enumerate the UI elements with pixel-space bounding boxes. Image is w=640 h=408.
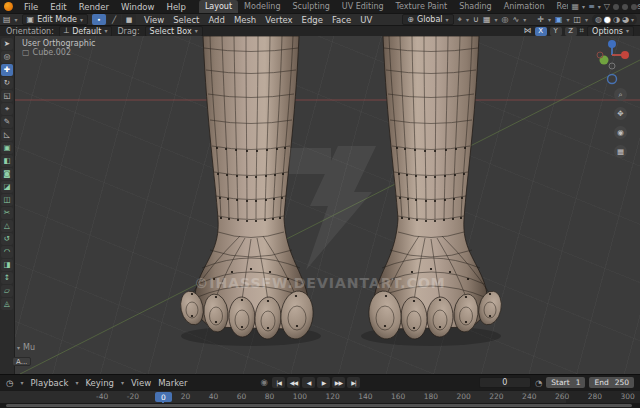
scrollbar-thumb[interactable] [6,404,632,407]
view-layer-icon[interactable]: ≡ [588,3,595,11]
tool-extrude-region[interactable]: ◧ [1,155,13,167]
menu-select[interactable]: Select [173,15,199,25]
pivot-point-icon[interactable]: ⌖ [458,16,463,24]
tab-texture-paint[interactable]: Texture Paint [390,0,454,13]
tool-loop-cut[interactable]: ◫ [1,194,13,206]
timeline-editor-icon[interactable]: ◷ [6,378,13,388]
falloff-icon[interactable]: ∿ [512,16,519,24]
tab-sculpting[interactable]: Sculpting [286,0,335,13]
asset-shelf-button[interactable]: A... [12,357,31,366]
xray-toggle-icon[interactable]: ◫ [573,16,581,24]
navigation-gizmo[interactable] [594,39,630,85]
next-keyframe-button[interactable]: ▶▶ [332,377,345,388]
tab-layout[interactable]: Layout [199,0,238,13]
axis-ball-icon[interactable] [608,75,617,84]
tool-edge-slide[interactable]: ◨ [1,259,13,271]
menu-timeline-view[interactable]: View [131,378,151,388]
tab-shading[interactable]: Shading [453,0,498,13]
tool-smooth[interactable]: ◠ [1,246,13,258]
tool-rotate[interactable]: ↻ [1,77,13,89]
zoom-icon[interactable]: ⌕ [614,88,627,101]
drag-dropdown[interactable]: Select Box ▾ [145,26,203,37]
menu-playback[interactable]: Playback [30,378,68,388]
ortho-grid-icon[interactable]: ▦ [614,145,627,158]
jump-to-end-button[interactable]: ▶| [347,377,360,388]
shading-caret-icon[interactable]: ▾ [631,17,634,23]
edge-select-button[interactable]: ╱ [107,14,121,25]
solid-shading-icon[interactable]: ● [604,16,611,24]
mirror-x-button[interactable]: X [535,27,547,36]
tool-cursor[interactable]: ◎ [1,51,13,63]
options-dropdown[interactable]: Options ▾ [587,26,634,37]
timeline-editor-caret-icon[interactable]: ▾ [20,380,23,386]
menu-face[interactable]: Face [332,15,351,25]
scene-icon[interactable]: ▦ [572,3,580,11]
blender-logo-icon[interactable] [4,2,13,11]
mode-dropdown[interactable]: ▣ Edit Mode ▾ [22,14,88,25]
menu-window[interactable]: Window [116,2,160,12]
timeline-scrollbar[interactable] [0,403,640,408]
rendered-shading-icon[interactable]: ◕ [622,16,629,24]
menu-view[interactable]: View [144,15,164,25]
wireframe-shading-icon[interactable]: ◍ [595,16,602,24]
menu-file[interactable]: File [19,2,43,12]
camera-view-icon[interactable]: ◉ [614,126,627,139]
tool-shear[interactable]: ▱ [1,285,13,297]
prev-keyframe-button[interactable]: ◀◀ [287,377,300,388]
tool-bevel[interactable]: ◪ [1,181,13,193]
snap-with-icon[interactable]: ▦ [483,16,491,24]
menu-vertex[interactable]: Vertex [265,15,292,25]
mirror-z-button[interactable]: Z [565,27,577,36]
rec-settings-icon[interactable]: ◉ [261,377,268,388]
menu-edit[interactable]: Edit [45,2,71,12]
tool-shrink-fatten[interactable]: ↕ [1,272,13,284]
tool-transform[interactable]: ⌖ [1,103,13,115]
orientation-dropdown[interactable]: ⊕ Global ▾ [402,14,453,25]
show-overlays-icon[interactable]: ▣ [555,16,563,24]
editor-type-caret-icon[interactable]: ▾ [15,17,18,23]
tool-measure[interactable]: ◺ [1,129,13,141]
tool-rip-region[interactable]: ◬ [1,298,13,310]
menu-marker[interactable]: Marker [158,378,187,388]
material-shading-icon[interactable]: ◑ [613,16,620,24]
menu-uv[interactable]: UV [360,15,372,25]
scene-caret-icon[interactable]: ▾ [582,4,585,10]
play-reverse-button[interactable]: ◀ [302,377,315,388]
play-button[interactable]: ▶ [317,377,330,388]
xray-caret-icon[interactable]: ▾ [585,17,588,23]
pan-icon[interactable]: ✥ [614,107,627,120]
menu-help[interactable]: Help [161,2,190,12]
left-leg-mesh[interactable] [178,36,321,346]
menu-render[interactable]: Render [74,2,114,12]
vertex-select-button[interactable]: ∙ [92,14,106,25]
tool-poly-build[interactable]: △ [1,220,13,232]
start-frame-field[interactable]: Start 1 [546,377,585,388]
stopwatch-icon[interactable]: ◔ [535,378,542,388]
orientation-default-dropdown[interactable]: ⟂ Default ▾ [59,26,113,37]
tool-inset-faces[interactable]: ◙ [1,168,13,180]
gizmos-caret-icon[interactable]: ▾ [548,17,551,23]
timeline-ruler[interactable]: -40 -20 0 20 40 60 80 100 120 140 160 18… [0,390,640,403]
collapsed-panel[interactable]: ▾ Mu [17,343,35,352]
current-frame-field[interactable]: 0 [479,377,531,388]
tab-modeling[interactable]: Modeling [238,0,286,13]
end-frame-field[interactable]: End 250 [589,377,634,388]
proportional-editing-icon[interactable]: ◎ [502,16,509,24]
menu-keying[interactable]: Keying [85,378,114,388]
editor-type-icon[interactable]: ▤ [3,16,11,24]
tab-animation[interactable]: Animation [498,0,551,13]
overlays-caret-icon[interactable]: ▾ [566,17,569,23]
tool-add-cube[interactable]: ▣ [1,142,13,154]
snap-tool-icon[interactable]: ⌗ [580,27,585,35]
menu-add[interactable]: Add [208,15,224,25]
view-layer-caret-icon[interactable]: ▾ [598,4,601,10]
tab-uv-editing[interactable]: UV Editing [336,0,390,13]
menu-edge[interactable]: Edge [302,15,323,25]
show-gizmos-icon[interactable]: ✛ [537,16,544,24]
tool-spin[interactable]: ↺ [1,233,13,245]
face-select-button[interactable]: ■ [122,14,136,25]
jump-to-start-button[interactable]: |◀ [272,377,285,388]
pivot-caret-icon[interactable]: ▾ [466,17,469,23]
snap-magnet-icon[interactable]: ∪ [473,16,479,24]
tool-scale[interactable]: ◱ [1,90,13,102]
